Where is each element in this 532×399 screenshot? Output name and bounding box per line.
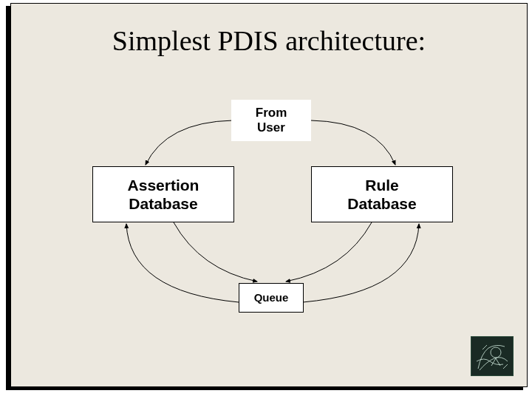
node-from-user: FromUser (231, 100, 311, 141)
slide-title: Simplest PDIS architecture: (11, 24, 527, 57)
node-rule-database-label: RuleDatabase (347, 176, 416, 213)
node-assertion-database-label: AssertionDatabase (128, 176, 200, 213)
node-rule-database: RuleDatabase (311, 166, 453, 222)
logo-icon (471, 336, 514, 376)
node-queue-label: Queue (254, 291, 289, 304)
slide-body: Simplest PDIS architecture: FromUser Ass… (10, 3, 528, 387)
node-assertion-database: AssertionDatabase (92, 166, 234, 222)
node-from-user-label: FromUser (256, 106, 287, 136)
node-queue: Queue (239, 283, 304, 313)
